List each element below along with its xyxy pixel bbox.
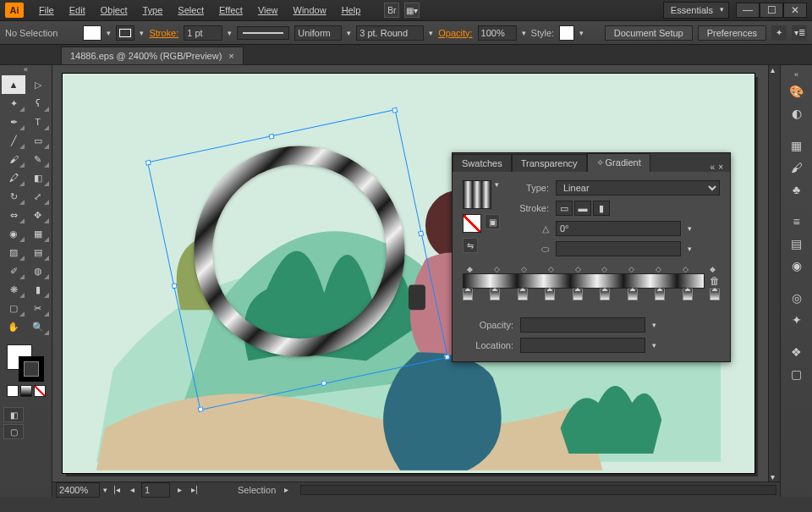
gradient-none-button[interactable] bbox=[463, 214, 481, 233]
artboard-number[interactable] bbox=[141, 482, 170, 498]
gradient-stop[interactable] bbox=[573, 289, 583, 300]
opacity-input[interactable] bbox=[478, 25, 517, 41]
style-swatch[interactable] bbox=[559, 25, 574, 41]
pen-tool[interactable]: ✒ bbox=[2, 113, 25, 131]
stroke-across-button[interactable]: ▮ bbox=[593, 201, 610, 216]
vertical-scrollbar[interactable] bbox=[768, 65, 780, 482]
menu-select[interactable]: Select bbox=[171, 2, 211, 19]
menu-object[interactable]: Object bbox=[94, 2, 134, 19]
tab-transparency[interactable]: Transparency bbox=[512, 154, 587, 172]
panel-close-icon[interactable]: × bbox=[718, 162, 723, 172]
gradient-stop[interactable] bbox=[463, 289, 473, 300]
gradient-stop[interactable] bbox=[655, 289, 665, 300]
shape-builder-tool[interactable]: ◉ bbox=[2, 224, 25, 243]
pencil-tool[interactable]: ✎ bbox=[26, 150, 50, 168]
color-panel-icon[interactable]: 🎨 bbox=[787, 82, 807, 101]
hand-tool[interactable]: ✋ bbox=[2, 317, 25, 336]
variable-width-profile[interactable] bbox=[237, 26, 289, 40]
gradient-mode[interactable] bbox=[20, 385, 32, 397]
arrange-icon[interactable]: ▦▾ bbox=[404, 3, 420, 18]
workspace-switcher[interactable]: Essentials bbox=[663, 2, 729, 19]
type-tool[interactable]: T bbox=[26, 113, 50, 131]
stroke-within-button[interactable]: ▭ bbox=[556, 201, 573, 216]
color-guide-panel-icon[interactable]: ◐ bbox=[787, 104, 807, 123]
artboard-tool[interactable]: ▢ bbox=[2, 299, 25, 317]
toggle-icon[interactable]: ✦ bbox=[771, 25, 787, 41]
magic-wand-tool[interactable]: ✦ bbox=[2, 94, 25, 113]
stroke-label[interactable]: Stroke: bbox=[149, 28, 178, 38]
stroke-panel-icon[interactable]: ≡ bbox=[787, 212, 807, 231]
layers-panel-icon[interactable]: ❖ bbox=[787, 343, 807, 361]
direct-selection-tool[interactable]: ▷ bbox=[26, 75, 50, 94]
column-graph-tool[interactable]: ▮ bbox=[26, 280, 50, 299]
last-artboard-button[interactable]: ▸| bbox=[189, 485, 200, 494]
selection-bounds[interactable] bbox=[147, 109, 448, 410]
gradient-fill-stroke-toggle[interactable]: ▣ bbox=[485, 214, 500, 229]
next-artboard-button[interactable]: ▸ bbox=[173, 485, 185, 494]
stroke-weight-input[interactable] bbox=[184, 25, 222, 41]
reverse-gradient-icon[interactable]: ⇋ bbox=[463, 238, 478, 253]
gradient-ramp[interactable] bbox=[463, 273, 705, 289]
panel-menu-icon[interactable]: ▾≣ bbox=[792, 25, 807, 41]
fill-stroke-picker[interactable] bbox=[3, 344, 48, 385]
appearance-panel-icon[interactable]: ◎ bbox=[787, 289, 807, 307]
document-setup-button[interactable]: Document Setup bbox=[605, 25, 693, 41]
first-artboard-button[interactable]: |◂ bbox=[111, 485, 123, 494]
angle-input[interactable] bbox=[556, 221, 681, 236]
opacity-label[interactable]: Opacity: bbox=[438, 28, 472, 38]
gradient-stop[interactable] bbox=[628, 289, 638, 300]
stroke-color[interactable] bbox=[19, 356, 44, 382]
bridge-icon[interactable]: Br bbox=[384, 3, 399, 18]
menu-type[interactable]: Type bbox=[136, 2, 170, 19]
brushes-panel-icon[interactable]: 🖌 bbox=[787, 158, 807, 177]
swatches-panel-icon[interactable]: ▦ bbox=[787, 136, 807, 155]
horizontal-scrollbar[interactable] bbox=[300, 485, 776, 495]
mesh-tool[interactable]: ▨ bbox=[2, 243, 25, 262]
rectangle-tool[interactable]: ▭ bbox=[26, 131, 50, 150]
prev-artboard-button[interactable]: ◂ bbox=[126, 485, 138, 494]
lasso-tool[interactable]: ʕ bbox=[26, 94, 50, 113]
graphic-styles-panel-icon[interactable]: ✦ bbox=[787, 311, 807, 329]
profile-select[interactable] bbox=[294, 25, 342, 41]
aspect-input[interactable] bbox=[556, 241, 681, 256]
selection-tool[interactable]: ▲ bbox=[2, 75, 25, 94]
draw-mode-icon[interactable]: ◧ bbox=[3, 407, 24, 422]
line-tool[interactable]: ╱ bbox=[2, 131, 25, 150]
scale-tool[interactable]: ⤢ bbox=[26, 187, 50, 206]
stop-opacity-input[interactable] bbox=[520, 317, 645, 333]
zoom-tool[interactable]: 🔍 bbox=[26, 317, 50, 336]
preferences-button[interactable]: Preferences bbox=[698, 25, 766, 41]
menu-window[interactable]: Window bbox=[287, 2, 333, 19]
symbol-sprayer-tool[interactable]: ❋ bbox=[2, 280, 25, 299]
width-tool[interactable]: ⇔ bbox=[2, 206, 25, 224]
gradient-panel-icon[interactable]: ▤ bbox=[787, 234, 807, 253]
blob-brush-tool[interactable]: 🖍 bbox=[2, 168, 25, 187]
rotate-tool[interactable]: ↻ bbox=[2, 187, 25, 206]
gradient-type-select[interactable]: Linear bbox=[556, 180, 720, 195]
minimize-button[interactable]: — bbox=[736, 3, 760, 18]
eraser-tool[interactable]: ◧ bbox=[26, 168, 50, 187]
none-mode[interactable] bbox=[34, 385, 46, 397]
gradient-stop[interactable] bbox=[545, 289, 555, 300]
tab-close-button[interactable]: × bbox=[228, 51, 233, 61]
paintbrush-tool[interactable]: 🖌 bbox=[2, 150, 25, 168]
close-button[interactable]: ✕ bbox=[783, 3, 807, 18]
stroke-along-button[interactable]: ▬ bbox=[574, 201, 591, 216]
color-mode[interactable] bbox=[7, 385, 19, 397]
menu-effect[interactable]: Effect bbox=[212, 2, 250, 19]
screen-mode-icon[interactable]: ▢ bbox=[3, 424, 24, 439]
artboards-panel-icon[interactable]: ▢ bbox=[787, 365, 807, 383]
gradient-stop[interactable] bbox=[518, 289, 528, 300]
tab-gradient[interactable]: ✧Gradient bbox=[587, 153, 650, 172]
gradient-stop[interactable] bbox=[600, 289, 610, 300]
menu-edit[interactable]: Edit bbox=[63, 2, 92, 19]
panel-collapse-icon[interactable]: « bbox=[710, 162, 716, 172]
menu-file[interactable]: File bbox=[32, 2, 61, 19]
gradient-stop[interactable] bbox=[683, 289, 693, 300]
brush-select[interactable] bbox=[356, 25, 424, 41]
tab-swatches[interactable]: Swatches bbox=[453, 154, 512, 172]
perspective-tool[interactable]: ▦ bbox=[26, 224, 50, 243]
maximize-button[interactable]: ☐ bbox=[760, 3, 783, 18]
gradient-preview-swatch[interactable] bbox=[463, 180, 491, 209]
gradient-stop[interactable] bbox=[490, 289, 500, 300]
